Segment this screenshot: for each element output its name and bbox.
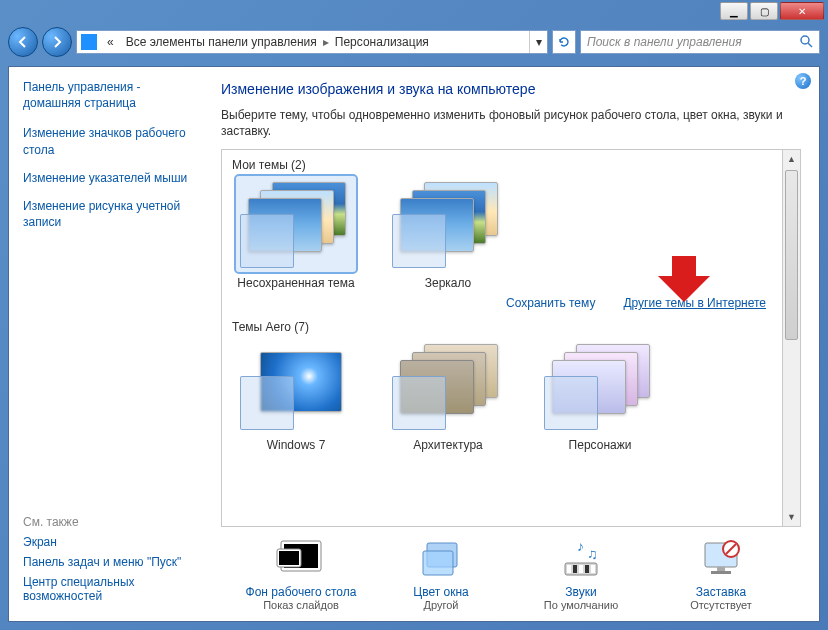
scrollbar-thumb[interactable] [785,170,798,340]
svg-rect-12 [573,565,577,573]
sidebar-task-account-picture[interactable]: Изменение рисунка учетной записи [23,198,189,230]
setting-window-color[interactable]: Цвет окна Другой [371,537,511,611]
svg-text:♪: ♪ [577,538,584,554]
breadcrumb-item-personalization[interactable]: Персонализация [329,35,435,49]
breadcrumb-item-all[interactable]: Все элементы панели управления [120,35,323,49]
svg-rect-7 [423,551,453,575]
navigation-bar: « Все элементы панели управления ▸ Персо… [8,24,820,60]
setting-desktop-background[interactable]: Фон рабочего стола Показ слайдов [231,537,371,611]
setting-label: Заставка [651,585,791,599]
section-aero-themes: Темы Aero (7) [232,320,772,334]
theme-label: Windows 7 [232,438,360,452]
link-save-theme[interactable]: Сохранить тему [506,296,595,310]
svg-rect-14 [585,565,589,573]
themes-area: Мои темы (2) Несохраненная тема [221,149,801,527]
screensaver-icon [693,537,749,581]
help-icon[interactable]: ? [795,73,811,89]
scroll-up-icon[interactable]: ▲ [783,150,800,168]
setting-value: Показ слайдов [231,599,371,611]
svg-rect-13 [579,565,583,573]
theme-unsaved[interactable]: Несохраненная тема [232,176,360,290]
sounds-icon: ♪♫ [553,537,609,581]
theme-label: Несохраненная тема [232,276,360,290]
svg-rect-15 [591,565,595,573]
breadcrumb-prefix[interactable]: « [101,35,120,49]
maximize-button[interactable]: ▢ [750,2,778,20]
setting-value: По умолчанию [511,599,651,611]
scroll-down-icon[interactable]: ▼ [783,508,800,526]
setting-label: Фон рабочего стола [231,585,371,599]
forward-button[interactable] [42,27,72,57]
theme-architecture[interactable]: Архитектура [384,338,512,452]
minimize-button[interactable]: ▁ [720,2,748,20]
window-color-icon [413,537,469,581]
themes-scrollbar[interactable]: ▲ ▼ [783,149,801,527]
theme-label: Архитектура [384,438,512,452]
sidebar-task-mouse-pointers[interactable]: Изменение указателей мыши [23,170,189,186]
setting-sounds[interactable]: ♪♫ Звуки По умолчанию [511,537,651,611]
refresh-button[interactable] [552,30,576,54]
search-input[interactable]: Поиск в панели управления [580,30,820,54]
sidebar-seealso-taskbar[interactable]: Панель задач и меню "Пуск" [23,555,189,569]
search-placeholder: Поиск в панели управления [587,35,742,49]
close-button[interactable]: ✕ [780,2,824,20]
theme-label: Персонажи [536,438,664,452]
sidebar: Панель управления - домашняя страница Из… [9,67,203,621]
desktop-background-icon [273,537,329,581]
address-bar[interactable]: « Все элементы панели управления ▸ Персо… [76,30,548,54]
sidebar-seealso-display[interactable]: Экран [23,535,189,549]
arrow-right-icon [50,35,64,49]
theme-windows-7[interactable]: Windows 7 [232,338,360,452]
control-panel-icon [81,34,97,50]
page-description: Выберите тему, чтобы одновременно измени… [221,107,801,139]
section-my-themes: Мои темы (2) [232,158,772,172]
theme-mirror[interactable]: Зеркало [384,176,512,290]
svg-rect-11 [567,565,571,573]
sidebar-home-link[interactable]: Панель управления - домашняя страница [23,79,189,111]
content-area: ? Изменение изображения и звука на компь… [203,67,819,621]
svg-rect-18 [711,571,731,574]
theme-characters[interactable]: Персонажи [536,338,664,452]
sidebar-task-desktop-icons[interactable]: Изменение значков рабочего стола [23,125,189,157]
arrow-left-icon [16,35,30,49]
sidebar-seealso-ease-of-access[interactable]: Центр специальных возможностей [23,575,189,603]
setting-label: Звуки [511,585,651,599]
bottom-settings-row: Фон рабочего стола Показ слайдов Цвет ок… [221,527,801,611]
setting-label: Цвет окна [371,585,511,599]
search-icon[interactable] [799,34,813,51]
themes-list: Мои темы (2) Несохраненная тема [221,149,783,527]
window-titlebar: ▁ ▢ ✕ [0,0,828,24]
theme-label: Зеркало [384,276,512,290]
refresh-icon [557,35,571,49]
svg-text:♫: ♫ [587,546,598,562]
address-dropdown[interactable]: ▾ [529,31,547,53]
sidebar-seealso-heading: См. также [23,515,189,529]
setting-value: Другой [371,599,511,611]
setting-value: Отсутствует [651,599,791,611]
back-button[interactable] [8,27,38,57]
page-title: Изменение изображения и звука на компьют… [221,81,801,97]
svg-line-1 [808,43,812,47]
svg-rect-17 [717,567,725,571]
setting-screensaver[interactable]: Заставка Отсутствует [651,537,791,611]
main-panel: Панель управления - домашняя страница Из… [8,66,820,622]
svg-point-0 [801,36,809,44]
link-more-themes-online[interactable]: Другие темы в Интернете [623,296,766,310]
svg-rect-5 [279,551,299,565]
